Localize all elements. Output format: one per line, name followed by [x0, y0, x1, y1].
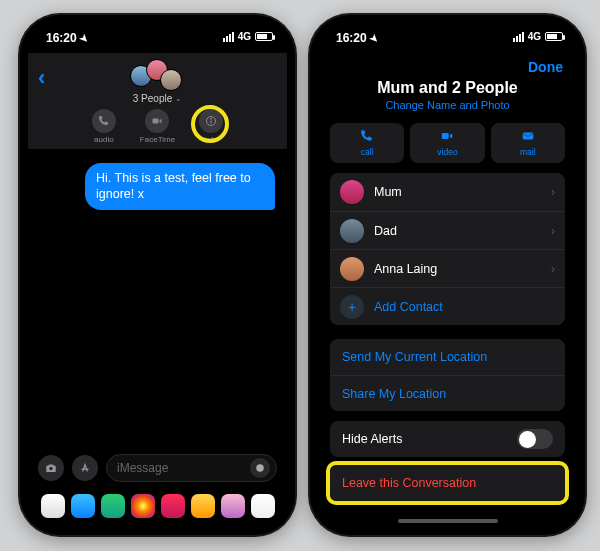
hide-alerts-toggle[interactable]: [517, 429, 553, 449]
signal-icon: [223, 32, 234, 42]
home-indicator[interactable]: [398, 519, 498, 523]
add-contact-row[interactable]: + Add Contact: [330, 287, 565, 325]
video-button[interactable]: video: [410, 123, 484, 163]
avatar: [340, 219, 364, 243]
svg-point-5: [256, 464, 264, 472]
network-label: 4G: [238, 31, 251, 42]
svg-rect-0: [153, 119, 159, 124]
notch: [388, 23, 508, 45]
battery-icon: [255, 32, 273, 41]
chevron-right-icon: ›: [551, 224, 555, 238]
tutorial-highlight-leave: [326, 461, 569, 505]
phone-messages: 16:20➤ 4G ‹ 3 People ⌄: [20, 15, 295, 535]
add-contact-label: Add Contact: [374, 300, 555, 314]
group-name-label: 3 People: [133, 93, 172, 104]
chevron-right-icon: ›: [551, 262, 555, 276]
dock-app-store[interactable]: [71, 494, 95, 518]
participant-name: Anna Laing: [374, 262, 551, 276]
svg-point-4: [49, 467, 53, 471]
location-arrow-icon: ➤: [77, 31, 90, 44]
hide-alerts-row: Hide Alerts: [330, 421, 565, 457]
dock-app-photos[interactable]: [41, 494, 65, 518]
dictation-button[interactable]: [250, 458, 270, 478]
audio-button[interactable]: audio: [92, 109, 116, 144]
participant-row[interactable]: Dad ›: [330, 211, 565, 249]
conversation-header: ‹ 3 People ⌄ audio: [28, 53, 287, 149]
mail-icon: [521, 129, 535, 146]
participant-name: Dad: [374, 224, 551, 238]
dock-app-memoji[interactable]: [191, 494, 215, 518]
back-button[interactable]: ‹: [38, 65, 45, 91]
plus-icon: +: [340, 295, 364, 319]
message-input[interactable]: iMessage: [106, 454, 277, 482]
change-name-photo-link[interactable]: Change Name and Photo: [318, 99, 577, 111]
battery-icon: [545, 32, 563, 41]
alerts-list: Hide Alerts: [330, 421, 565, 457]
participant-row[interactable]: Anna Laing ›: [330, 249, 565, 287]
phone-icon: [92, 109, 116, 133]
svg-rect-7: [523, 133, 534, 140]
status-time: 16:20: [46, 31, 77, 45]
facetime-button[interactable]: FaceTime: [140, 109, 175, 144]
notch: [98, 23, 218, 45]
status-time: 16:20: [336, 31, 367, 45]
dock-app-4[interactable]: [131, 494, 155, 518]
network-label: 4G: [528, 31, 541, 42]
hide-alerts-label: Hide Alerts: [342, 432, 402, 446]
phone-details: 16:20➤ 4G Done Mum and 2 People Change N…: [310, 15, 585, 535]
group-name[interactable]: 3 People ⌄: [133, 93, 182, 104]
camera-button[interactable]: [38, 455, 64, 481]
app-store-button[interactable]: [72, 455, 98, 481]
send-location-row[interactable]: Send My Current Location: [330, 339, 565, 375]
participant-name: Mum: [374, 185, 551, 199]
svg-rect-6: [442, 133, 449, 139]
video-icon: [145, 109, 169, 133]
signal-icon: [513, 32, 524, 42]
location-list: Send My Current Location Share My Locati…: [330, 339, 565, 411]
share-location-row[interactable]: Share My Location: [330, 375, 565, 411]
video-icon: [440, 129, 454, 146]
dock-app-5[interactable]: [161, 494, 185, 518]
done-button[interactable]: Done: [528, 59, 563, 75]
sent-message-bubble[interactable]: Hi. This is a test, feel free to ignore!…: [85, 163, 275, 210]
details-title: Mum and 2 People: [318, 79, 577, 97]
dock-app-music[interactable]: [251, 494, 275, 518]
avatar: [340, 257, 364, 281]
phone-icon: [360, 129, 374, 146]
participants-list: Mum › Dad › Anna Laing › + Add Contact: [330, 173, 565, 325]
chevron-right-icon: ›: [551, 185, 555, 199]
message-placeholder: iMessage: [117, 461, 168, 475]
location-arrow-icon: ➤: [367, 31, 380, 44]
message-text: Hi. This is a test, feel free to ignore!…: [96, 171, 251, 201]
dock-app-3[interactable]: [101, 494, 125, 518]
group-avatar-cluster[interactable]: [130, 59, 186, 91]
tutorial-highlight-info: [191, 105, 229, 143]
mail-button[interactable]: mail: [491, 123, 565, 163]
dock-app-7[interactable]: [221, 494, 245, 518]
participant-row[interactable]: Mum ›: [330, 173, 565, 211]
chevron-down-icon: ⌄: [175, 94, 182, 103]
imessage-app-dock: [28, 489, 287, 523]
call-button[interactable]: call: [330, 123, 404, 163]
avatar: [340, 180, 364, 204]
